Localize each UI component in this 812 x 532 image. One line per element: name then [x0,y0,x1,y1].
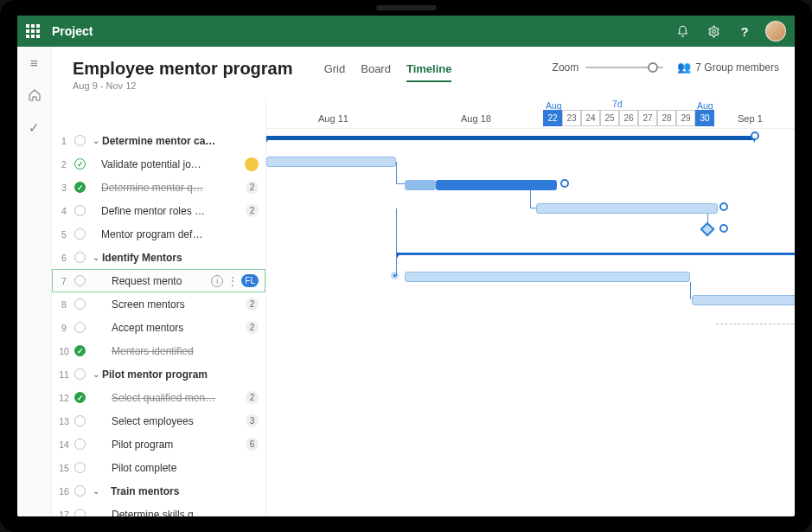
timescale-span: 7d [612,99,623,109]
gantt-summary-bar[interactable] [396,253,795,255]
assignee-badge: FL [241,274,259,287]
svg-point-0 [712,29,715,33]
tab-board[interactable]: Board [361,62,391,80]
gantt-bar[interactable] [266,157,396,167]
project-title: Employee mentor program [73,59,293,79]
assignee-avatar [245,157,259,171]
gantt-bar[interactable] [692,295,795,305]
app-launcher-icon[interactable] [26,24,40,38]
task-row[interactable]: 6⌄Identify Mentors [52,246,265,269]
timescale-tick: Aug 18 [461,113,491,124]
task-row[interactable]: 9Accept mentors2 [52,316,265,339]
gantt-placeholder [716,324,795,325]
task-row[interactable]: 16⌄Train mentors [52,479,265,503]
day-cell[interactable]: 24 [581,110,600,126]
user-avatar[interactable] [765,21,786,42]
task-row[interactable]: 12Select qualified men…2 [52,386,265,409]
task-row[interactable]: 1⌄Determine mentor ca… [52,129,265,152]
task-row-selected[interactable]: 7Request mentoi⋮FL [52,269,265,292]
day-cell[interactable]: 26 [619,110,638,126]
task-row[interactable]: 5Mentor program def… [52,222,265,246]
gantt-end-marker [719,202,728,211]
people-icon: 👥 [677,61,691,74]
day-cell[interactable]: 29 [676,110,695,126]
gantt-bar[interactable] [536,203,718,214]
settings-icon[interactable] [705,22,722,40]
gantt-bar-selected[interactable] [405,272,690,282]
count-badge: 2 [246,204,259,217]
members-label: 7 Group members [695,61,779,74]
task-row[interactable]: 13Select employees3 [52,409,265,433]
rail-home-icon[interactable] [24,85,45,106]
timescale-tick: Aug 11 [318,113,348,124]
gantt-bar-progress[interactable] [436,180,557,190]
task-row[interactable]: 10Mentors identified [52,339,265,362]
notifications-icon[interactable] [674,22,691,40]
zoom-slider-thumb[interactable] [648,62,658,73]
tab-timeline[interactable]: Timeline [406,62,452,82]
gantt-link [396,162,397,183]
gantt-bar[interactable] [405,180,436,190]
view-tabs: Grid Board Timeline [324,59,452,82]
gantt-start-marker [391,272,399,279]
day-cell[interactable]: 23 [562,110,581,126]
count-badge: 3 [246,414,259,427]
gantt-link [690,282,691,299]
gantt-link [530,208,536,208]
day-cell[interactable]: 22 [543,110,562,126]
rail-check-icon[interactable]: ✓ [24,118,45,138]
gantt-link [396,183,405,184]
zoom-label: Zoom [553,61,579,74]
task-list: 1⌄Determine mentor ca… 2Validate potenti… [52,98,266,516]
task-row[interactable]: 15Pilot complete [52,456,265,479]
task-row[interactable]: 2Validate potential jo… [52,152,265,176]
tablet-frame: Project ? ≡ ✓ Employee mentor program Au… [0,0,812,532]
count-badge: 2 [246,298,259,311]
gantt-end-marker [751,131,759,140]
help-icon[interactable]: ? [736,22,753,40]
task-row[interactable]: 11⌄Pilot mentor program [52,362,265,386]
task-row[interactable]: 4Define mentor roles …2 [52,199,265,222]
task-row[interactable]: 17Determine skills g… [52,503,265,516]
tab-grid[interactable]: Grid [324,62,346,80]
zoom-control[interactable]: Zoom [553,61,664,74]
gantt-chart[interactable]: Aug 11 Aug 18 Aug 7d Aug Sep 1 22 23 24 … [266,98,795,516]
more-icon[interactable]: ⋮ [227,274,238,288]
task-row[interactable]: 14Pilot program6 [52,433,265,456]
gantt-link [707,214,708,226]
project-header: Employee mentor program Aug 9 - Nov 12 G… [52,47,795,98]
count-badge: 2 [246,391,259,404]
task-row[interactable]: 8Screen mentors2 [52,292,265,316]
day-cell[interactable]: 25 [600,110,619,126]
app-name: Project [52,24,93,38]
day-cell[interactable]: 28 [657,110,676,126]
day-strip: 22 23 24 25 26 27 28 29 30 [543,110,714,126]
zoom-slider-track[interactable] [585,67,663,68]
count-badge: 2 [246,321,259,334]
camera-notch [376,5,437,10]
info-icon[interactable]: i [211,275,223,287]
gantt-summary-bar[interactable] [266,136,755,140]
day-cell[interactable]: 30 [695,110,714,126]
app-screen: Project ? ≡ ✓ Employee mentor program Au… [17,16,795,516]
count-badge: 6 [246,438,259,451]
left-nav-rail: ≡ ✓ [17,47,52,516]
timescale-tick: Sep 1 [738,113,763,124]
project-date-range: Aug 9 - Nov 12 [73,80,293,91]
gantt-link [396,208,397,276]
rail-menu-icon[interactable]: ≡ [24,52,45,73]
gantt-link [530,190,531,208]
gantt-end-marker [719,224,728,233]
count-badge: 2 [246,181,259,194]
group-members-button[interactable]: 👥 7 Group members [677,61,779,74]
timescale: Aug 11 Aug 18 Aug 7d Aug Sep 1 22 23 24 … [266,98,795,129]
app-top-bar: Project ? [17,16,795,47]
gantt-bars [266,129,795,516]
gantt-end-marker [560,179,569,188]
task-row[interactable]: 3Determine mentor q…2 [52,176,265,199]
day-cell[interactable]: 27 [638,110,657,126]
